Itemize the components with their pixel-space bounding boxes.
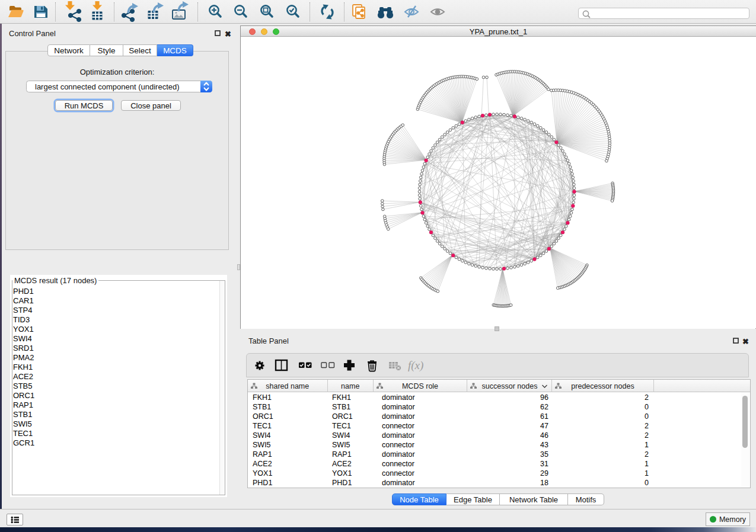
svg-text:f(x): f(x) (408, 359, 423, 372)
